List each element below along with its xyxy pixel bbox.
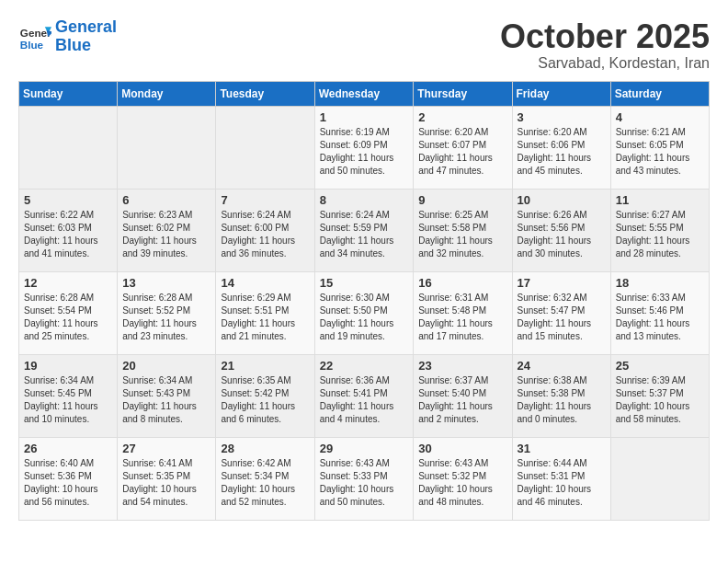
calendar-cell: 24Sunrise: 6:38 AMSunset: 5:38 PMDayligh…	[512, 354, 610, 437]
calendar-cell: 8Sunrise: 6:24 AMSunset: 5:59 PMDaylight…	[314, 189, 414, 271]
calendar-cell: 11Sunrise: 6:27 AMSunset: 5:55 PMDayligh…	[610, 189, 709, 271]
day-number: 7	[221, 193, 309, 207]
calendar-cell: 21Sunrise: 6:35 AMSunset: 5:42 PMDayligh…	[216, 354, 314, 437]
calendar-cell	[118, 106, 216, 189]
day-detail: Sunrise: 6:42 AMSunset: 5:34 PMDaylight:…	[221, 457, 309, 509]
calendar-cell: 5Sunrise: 6:22 AMSunset: 6:03 PMDaylight…	[19, 189, 118, 271]
calendar-cell: 31Sunrise: 6:44 AMSunset: 5:31 PMDayligh…	[512, 437, 610, 520]
logo: General Blue General Blue	[18, 18, 117, 55]
day-number: 26	[24, 442, 112, 455]
calendar-cell	[19, 106, 118, 189]
day-number: 5	[24, 193, 112, 207]
calendar-cell: 18Sunrise: 6:33 AMSunset: 5:46 PMDayligh…	[610, 271, 709, 354]
calendar-cell	[216, 106, 314, 189]
day-number: 9	[418, 193, 506, 207]
calendar-cell: 28Sunrise: 6:42 AMSunset: 5:34 PMDayligh…	[216, 437, 314, 520]
calendar-cell: 30Sunrise: 6:43 AMSunset: 5:32 PMDayligh…	[414, 437, 512, 520]
calendar-cell: 7Sunrise: 6:24 AMSunset: 6:00 PMDaylight…	[216, 189, 314, 271]
day-number: 23	[418, 359, 506, 373]
day-number: 16	[418, 276, 506, 290]
calendar-cell: 17Sunrise: 6:32 AMSunset: 5:47 PMDayligh…	[512, 271, 610, 354]
day-number: 19	[24, 359, 112, 373]
day-detail: Sunrise: 6:34 AMSunset: 5:45 PMDaylight:…	[24, 374, 112, 426]
calendar-cell: 12Sunrise: 6:28 AMSunset: 5:54 PMDayligh…	[19, 271, 118, 354]
logo-text: General Blue	[55, 18, 117, 55]
day-number: 30	[418, 442, 506, 455]
day-detail: Sunrise: 6:43 AMSunset: 5:32 PMDaylight:…	[418, 457, 506, 509]
day-detail: Sunrise: 6:40 AMSunset: 5:36 PMDaylight:…	[24, 457, 112, 509]
day-number: 8	[320, 193, 409, 207]
day-number: 28	[221, 442, 309, 455]
day-detail: Sunrise: 6:41 AMSunset: 5:35 PMDaylight:…	[122, 457, 210, 509]
day-detail: Sunrise: 6:24 AMSunset: 5:59 PMDaylight:…	[320, 209, 409, 260]
calendar-cell: 25Sunrise: 6:39 AMSunset: 5:37 PMDayligh…	[610, 354, 709, 437]
day-detail: Sunrise: 6:20 AMSunset: 6:06 PMDaylight:…	[518, 126, 606, 178]
day-detail: Sunrise: 6:31 AMSunset: 5:48 PMDaylight:…	[418, 292, 506, 343]
calendar-cell: 2Sunrise: 6:20 AMSunset: 6:07 PMDaylight…	[414, 106, 512, 189]
calendar-cell: 26Sunrise: 6:40 AMSunset: 5:36 PMDayligh…	[19, 437, 118, 520]
day-number: 13	[122, 276, 210, 290]
day-number: 3	[518, 110, 606, 124]
calendar-cell: 3Sunrise: 6:20 AMSunset: 6:06 PMDaylight…	[512, 106, 610, 189]
calendar-table: SundayMondayTuesdayWednesdayThursdayFrid…	[18, 81, 710, 521]
weekday-header-friday: Friday	[512, 81, 610, 106]
day-number: 1	[320, 110, 409, 124]
calendar-cell: 6Sunrise: 6:23 AMSunset: 6:02 PMDaylight…	[118, 189, 216, 271]
day-detail: Sunrise: 6:39 AMSunset: 5:37 PMDaylight:…	[616, 374, 704, 426]
day-number: 2	[418, 110, 506, 124]
day-detail: Sunrise: 6:23 AMSunset: 6:02 PMDaylight:…	[122, 209, 210, 260]
calendar-cell	[610, 437, 709, 520]
day-detail: Sunrise: 6:24 AMSunset: 6:00 PMDaylight:…	[221, 209, 309, 260]
day-detail: Sunrise: 6:20 AMSunset: 6:07 PMDaylight:…	[418, 126, 506, 178]
calendar-cell: 23Sunrise: 6:37 AMSunset: 5:40 PMDayligh…	[414, 354, 512, 437]
calendar-cell: 10Sunrise: 6:26 AMSunset: 5:56 PMDayligh…	[512, 189, 610, 271]
day-detail: Sunrise: 6:33 AMSunset: 5:46 PMDaylight:…	[616, 292, 704, 343]
day-number: 11	[616, 193, 704, 207]
title-area: October 2025 Sarvabad, Kordestan, Iran	[500, 18, 710, 72]
calendar-cell: 9Sunrise: 6:25 AMSunset: 5:58 PMDaylight…	[414, 189, 512, 271]
day-detail: Sunrise: 6:43 AMSunset: 5:33 PMDaylight:…	[320, 457, 409, 509]
weekday-header-tuesday: Tuesday	[216, 81, 314, 106]
calendar-cell: 22Sunrise: 6:36 AMSunset: 5:41 PMDayligh…	[314, 354, 414, 437]
day-number: 18	[616, 276, 704, 290]
calendar-cell: 19Sunrise: 6:34 AMSunset: 5:45 PMDayligh…	[19, 354, 118, 437]
day-detail: Sunrise: 6:27 AMSunset: 5:55 PMDaylight:…	[616, 209, 704, 260]
day-number: 24	[518, 359, 606, 373]
day-detail: Sunrise: 6:25 AMSunset: 5:58 PMDaylight:…	[418, 209, 506, 260]
day-number: 22	[320, 359, 409, 373]
weekday-header-thursday: Thursday	[414, 81, 512, 106]
day-detail: Sunrise: 6:28 AMSunset: 5:52 PMDaylight:…	[122, 292, 210, 343]
calendar-cell: 15Sunrise: 6:30 AMSunset: 5:50 PMDayligh…	[314, 271, 414, 354]
day-number: 4	[616, 110, 704, 124]
day-number: 27	[122, 442, 210, 455]
weekday-header-saturday: Saturday	[610, 81, 709, 106]
month-title: October 2025	[500, 18, 710, 55]
day-number: 12	[24, 276, 112, 290]
day-detail: Sunrise: 6:19 AMSunset: 6:09 PMDaylight:…	[320, 126, 409, 178]
calendar-cell: 1Sunrise: 6:19 AMSunset: 6:09 PMDaylight…	[314, 106, 414, 189]
calendar-cell: 13Sunrise: 6:28 AMSunset: 5:52 PMDayligh…	[118, 271, 216, 354]
calendar-cell: 29Sunrise: 6:43 AMSunset: 5:33 PMDayligh…	[314, 437, 414, 520]
day-detail: Sunrise: 6:21 AMSunset: 6:05 PMDaylight:…	[616, 126, 704, 178]
day-detail: Sunrise: 6:44 AMSunset: 5:31 PMDaylight:…	[518, 457, 606, 509]
svg-text:Blue: Blue	[20, 38, 44, 50]
day-number: 29	[320, 442, 409, 455]
day-detail: Sunrise: 6:28 AMSunset: 5:54 PMDaylight:…	[24, 292, 112, 343]
day-detail: Sunrise: 6:35 AMSunset: 5:42 PMDaylight:…	[221, 374, 309, 426]
calendar-cell: 20Sunrise: 6:34 AMSunset: 5:43 PMDayligh…	[118, 354, 216, 437]
day-number: 31	[518, 442, 606, 455]
location-subtitle: Sarvabad, Kordestan, Iran	[500, 55, 710, 72]
day-detail: Sunrise: 6:38 AMSunset: 5:38 PMDaylight:…	[518, 374, 606, 426]
weekday-header-sunday: Sunday	[19, 81, 118, 106]
day-number: 21	[221, 359, 309, 373]
calendar-cell: 4Sunrise: 6:21 AMSunset: 6:05 PMDaylight…	[610, 106, 709, 189]
calendar-cell: 14Sunrise: 6:29 AMSunset: 5:51 PMDayligh…	[216, 271, 314, 354]
day-number: 10	[518, 193, 606, 207]
weekday-header-wednesday: Wednesday	[314, 81, 414, 106]
day-detail: Sunrise: 6:34 AMSunset: 5:43 PMDaylight:…	[122, 374, 210, 426]
day-detail: Sunrise: 6:36 AMSunset: 5:41 PMDaylight:…	[320, 374, 409, 426]
day-detail: Sunrise: 6:30 AMSunset: 5:50 PMDaylight:…	[320, 292, 409, 343]
day-detail: Sunrise: 6:29 AMSunset: 5:51 PMDaylight:…	[221, 292, 309, 343]
day-number: 14	[221, 276, 309, 290]
day-detail: Sunrise: 6:37 AMSunset: 5:40 PMDaylight:…	[418, 374, 506, 426]
